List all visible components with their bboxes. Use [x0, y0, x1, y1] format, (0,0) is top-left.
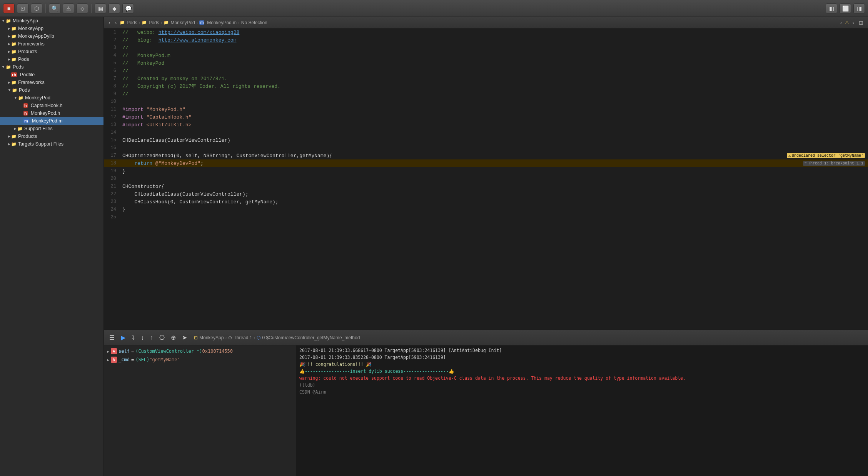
- scheme-button[interactable]: ⊡: [17, 3, 28, 13]
- sidebar-item-frameworks2[interactable]: ▶ 📁 Frameworks: [0, 79, 103, 86]
- sidebar-item-monkeypod-folder[interactable]: ▼ 📁 MonkeyPod: [0, 94, 103, 102]
- line-number: 21: [104, 184, 120, 189]
- breadcrumb-monkeypod[interactable]: 📁 MonkeyPod: [164, 20, 195, 25]
- view-toggle-3[interactable]: ◨: [853, 3, 865, 13]
- grid-button[interactable]: ▦: [95, 3, 106, 13]
- breadcrumb-sep: ›: [161, 20, 162, 25]
- code-line: 2 // blog: http://www.alonemonkey.com: [104, 36, 868, 44]
- debug-frame-icon: ⬡: [257, 335, 260, 340]
- line-badges: ≡ Thread 1: breakpoint 1.1: [801, 161, 865, 166]
- sidebar-label: Products: [18, 49, 37, 54]
- sidebar-item-monkeyapp[interactable]: ▶ 📁 MonkeyApp: [0, 25, 103, 32]
- view-toggle-2[interactable]: ⬜: [840, 3, 851, 13]
- debug-list-button[interactable]: ☰: [107, 333, 117, 342]
- sidebar-item-products2[interactable]: ▶ 📁 Products: [0, 132, 103, 140]
- debug-location-button[interactable]: ➤: [180, 333, 189, 342]
- expand-arrow: ▶: [8, 34, 10, 38]
- search-button[interactable]: 🔍: [49, 3, 60, 13]
- debug-breadcrumb-sep2: ›: [254, 335, 255, 340]
- variable-self: ▶ A self = (CustomViewController *) 0x10…: [104, 347, 296, 355]
- file-icon: m: [23, 119, 29, 123]
- line-number: 13: [104, 122, 120, 127]
- line-number: 9: [104, 91, 120, 97]
- sidebar-label: MonkeyAppDylib: [18, 34, 54, 39]
- breadcrumb-expand[interactable]: ⊞: [857, 20, 865, 26]
- sidebar-item-pods-top[interactable]: ▶ 📁 Pods: [0, 55, 103, 63]
- sidebar-item-podfile[interactable]: ▶ rb Podfile: [0, 71, 103, 79]
- sidebar-item-targets-support[interactable]: ▶ 📁 Targets Support Files: [0, 140, 103, 148]
- sidebar-item-pods-group[interactable]: ▼ 📁 Pods: [0, 63, 103, 71]
- editor-area[interactable]: 1 // weibo: http://weibo.com/xiaoqing28 …: [104, 28, 868, 330]
- code-line: 7 // Created by monkey on 2017/8/1.: [104, 75, 868, 82]
- line-content: #import "CaptainHook.h": [120, 114, 868, 120]
- console-line: 2017-08-01 21:39:33.835228+0800 TargetAp…: [299, 354, 865, 361]
- build-button[interactable]: ⬡: [31, 3, 42, 13]
- sidebar-label: Pods: [19, 87, 30, 93]
- file-icon: h: [23, 103, 28, 108]
- code-line-17: 17 CHOptimizedMethod(0, self, NSString*,…: [104, 152, 868, 159]
- expand-arrow: ▶: [8, 80, 10, 84]
- code-line: 21 CHConstructor{: [104, 183, 868, 190]
- debug-step-in-button[interactable]: ↓: [139, 334, 146, 342]
- sidebar-label: Pods: [18, 57, 29, 62]
- diamond-button[interactable]: ◆: [108, 3, 120, 13]
- line-number: 22: [104, 191, 120, 197]
- sidebar-item-products1[interactable]: ▶ 📁 Products: [0, 48, 103, 55]
- folder-icon: 📁: [11, 42, 17, 47]
- sidebar-item-monkeypod-h[interactable]: ▶ h MonkeyPod.h: [0, 109, 103, 117]
- line-content: }: [120, 168, 868, 174]
- sidebar-item-monkeyapp-root[interactable]: ▼ 📁 MonkeyApp: [0, 17, 103, 25]
- chat-button[interactable]: 💬: [122, 3, 134, 13]
- main-area: ▼ 📁 MonkeyApp ▶ 📁 MonkeyApp ▶ 📁 MonkeyAp…: [0, 17, 868, 476]
- sidebar-item-monkeyappdylib[interactable]: ▶ 📁 MonkeyAppDylib: [0, 32, 103, 40]
- expand-arrow[interactable]: ▶: [107, 349, 109, 354]
- nav-back-button[interactable]: ‹: [107, 20, 112, 26]
- var-type: (CustomViewController *): [135, 349, 202, 354]
- code-line: 6 //: [104, 67, 868, 75]
- debug-split-button[interactable]: ⎔: [157, 333, 167, 342]
- sidebar-item-frameworks1[interactable]: ▶ 📁 Frameworks: [0, 40, 103, 48]
- code-line: 14: [104, 129, 868, 136]
- debug-step-over-button[interactable]: ⤵: [129, 334, 137, 342]
- var-name: self: [119, 349, 130, 354]
- sidebar-label: MonkeyApp: [18, 26, 43, 31]
- sidebar-item-monkeypod-m[interactable]: ▶ m MonkeyPod.m: [0, 117, 103, 125]
- breadcrumb-prev[interactable]: ‹: [839, 20, 844, 26]
- expand-arrow: ▶: [8, 50, 10, 54]
- expand-arrow[interactable]: ▶: [107, 358, 109, 362]
- expand-arrow: ▶: [14, 127, 17, 131]
- sidebar-item-support-files[interactable]: ▶ 📁 Support Files: [0, 125, 103, 132]
- sidebar-label: Products: [18, 134, 37, 139]
- var-eq: =: [131, 357, 134, 362]
- line-content: }: [120, 207, 868, 213]
- nav-forward-button[interactable]: ›: [114, 20, 119, 26]
- breakpoint-text: Thread 1: breakpoint 1.1: [808, 161, 863, 166]
- sidebar-label: Podfile: [20, 72, 35, 77]
- sidebar-item-captainhook[interactable]: ▶ h CaptainHook.h: [0, 102, 103, 109]
- line-badges: ⚠ Undeclared selector 'getMyName': [784, 153, 865, 158]
- warning-button[interactable]: ⚠: [63, 3, 74, 13]
- code-line-18: 18 return @"MonkeyDevPod"; ≡ Thread 1: b…: [104, 159, 868, 167]
- sidebar-label: Pods: [13, 64, 24, 70]
- debug-share-button[interactable]: ⊕: [169, 333, 178, 342]
- stop-button[interactable]: ■: [3, 3, 15, 13]
- breadcrumb-monkeypod-m[interactable]: m MonkeyPod.m: [199, 20, 237, 25]
- debug-toolbar: ☰ ▶ ⤵ ↓ ↑ ⎔ ⊕ ➤ ⊡ MonkeyApp › ⊙ Thread 1…: [104, 330, 868, 345]
- line-number: 10: [104, 99, 120, 104]
- expand-arrow: ▼: [2, 19, 5, 23]
- debug-step-out-button[interactable]: ↑: [148, 334, 155, 342]
- line-number: 5: [104, 60, 120, 66]
- breadcrumb-pods2[interactable]: 📁 Pods: [142, 20, 159, 25]
- breadcrumb-next[interactable]: ›: [851, 20, 856, 26]
- breadcrumb-no-selection: No Selection: [241, 20, 267, 25]
- sidebar-item-pods-sub[interactable]: ▼ 📁 Pods: [0, 86, 103, 94]
- var-type: (SEL): [135, 357, 149, 362]
- expand-arrow: ▼: [8, 88, 11, 92]
- view-toggle-1[interactable]: ◧: [826, 3, 837, 13]
- breadcrumb-pods1[interactable]: 📁 Pods: [120, 20, 137, 25]
- sidebar-label: MonkeyPod.h: [31, 111, 60, 116]
- debug-continue-button[interactable]: ▶: [119, 333, 128, 342]
- toolbar-sep-2: [91, 4, 92, 13]
- debug-content: ▶ A self = (CustomViewController *) 0x10…: [104, 345, 868, 476]
- shape-button[interactable]: ◇: [77, 3, 88, 13]
